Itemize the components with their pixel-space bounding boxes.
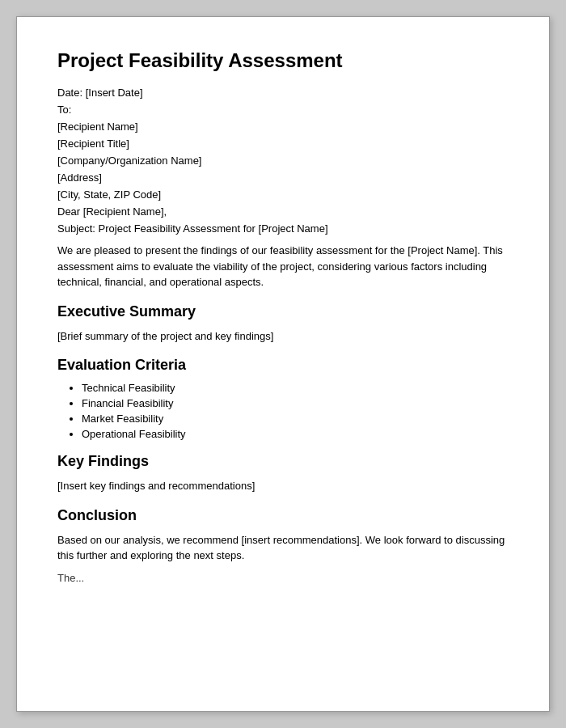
truncated-text: The...	[57, 572, 509, 584]
address: [Address]	[57, 171, 509, 184]
list-item: Financial Feasibility	[82, 397, 509, 409]
list-item: Operational Feasibility	[82, 428, 509, 440]
key-findings-heading: Key Findings	[57, 453, 509, 470]
date-line: Date: [Insert Date]	[57, 87, 509, 99]
evaluation-criteria-heading: Evaluation Criteria	[57, 357, 509, 374]
executive-summary-body: [Brief summary of the project and key fi…	[57, 328, 509, 345]
recipient-title: [Recipient Title]	[57, 138, 509, 150]
city-state-zip: [City, State, ZIP Code]	[57, 188, 509, 201]
subject-line: Subject: Project Feasibility Assessment …	[57, 222, 509, 235]
executive-summary-heading: Executive Summary	[57, 303, 509, 320]
list-item: Market Feasibility	[82, 413, 509, 425]
document-container: Project Feasibility Assessment Date: [In…	[16, 16, 550, 712]
intro-paragraph: We are pleased to present the findings o…	[57, 243, 509, 290]
salutation: Dear [Recipient Name],	[57, 205, 509, 218]
criteria-list: Technical Feasibility Financial Feasibil…	[82, 382, 509, 440]
list-item: Technical Feasibility	[82, 382, 509, 394]
recipient-name: [Recipient Name]	[57, 121, 509, 133]
conclusion-heading: Conclusion	[57, 507, 509, 524]
document-title: Project Feasibility Assessment	[57, 49, 509, 72]
conclusion-body: Based on our analysis, we recommend [ins…	[57, 532, 509, 564]
company-name: [Company/Organization Name]	[57, 154, 509, 167]
to-label: To:	[57, 104, 509, 116]
key-findings-body: [Insert key findings and recommendations…	[57, 478, 509, 494]
recipient-block: [Recipient Name] [Recipient Title] [Comp…	[57, 121, 509, 201]
